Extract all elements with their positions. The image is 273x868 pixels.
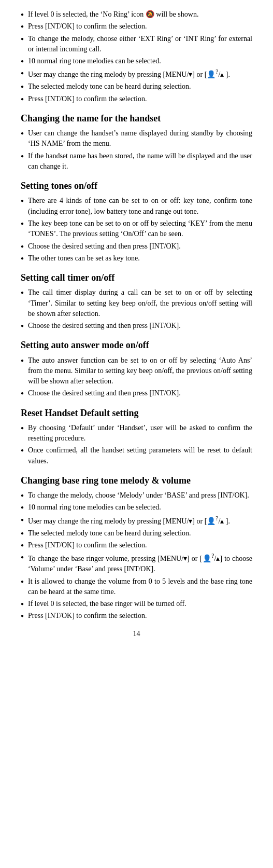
list-item: To change the base ringer volume, pressi…	[21, 552, 252, 574]
handset-name-list: User can change the handset’s name displ…	[21, 128, 252, 172]
list-item: 10 normal ring tone melodies can be sele…	[21, 56, 252, 66]
list-item: If the handset name has been stored, the…	[21, 151, 252, 172]
reset-handset-list: By choosing ‘Default’ under ‘Handset’, u…	[21, 423, 252, 466]
list-item: User can change the handset’s name displ…	[21, 128, 252, 149]
list-item: There are 4 kinds of tone can be set to …	[21, 196, 252, 217]
section-auto-answer: Setting auto answer mode on/off The auto…	[21, 338, 252, 398]
tones-list: There are 4 kinds of tone can be set to …	[21, 196, 252, 264]
list-item: Press [INT/OK] to confirm the selection.	[21, 94, 252, 104]
list-item: The call timer display during a call can…	[21, 287, 252, 319]
list-item: Choose the desired setting and then pres…	[21, 321, 252, 331]
list-item: The auto answer function can be set to o…	[21, 355, 252, 387]
list-item: Once confirmed, all the handset setting …	[21, 445, 252, 466]
section-title-base-ring: Changing base ring tone melody & volume	[21, 474, 252, 487]
section-call-timer: Setting call timer on/off The call timer…	[21, 271, 252, 331]
section-title-handset-name: Changing the name for the handset	[21, 112, 252, 125]
list-item: 10 normal ring tone melodies can be sele…	[21, 502, 252, 513]
list-item: To change the melody, choose ‘Melody’ un…	[21, 490, 252, 501]
list-item: To change the melody, choose either ‘EXT…	[21, 34, 252, 55]
section-tones: Setting tones on/off There are 4 kinds o…	[21, 179, 252, 264]
base-ring-list: To change the melody, choose ‘Melody’ un…	[21, 490, 252, 622]
list-item: If level 0 is selected, the base ringer …	[21, 599, 252, 609]
list-item: By choosing ‘Default’ under ‘Handset’, u…	[21, 423, 252, 444]
section-title-reset-handset: Reset Handset Default setting	[21, 406, 252, 420]
call-timer-list: The call timer display during a call can…	[21, 287, 252, 331]
intro-bullets: If level 0 is selected, the ‘No Ring’ ic…	[21, 9, 252, 104]
section-title-call-timer: Setting call timer on/off	[21, 271, 252, 284]
list-item: It is allowed to change the volume from …	[21, 576, 252, 598]
intro-bullet-list: If level 0 is selected, the ‘No Ring’ ic…	[21, 9, 252, 104]
section-reset-handset: Reset Handset Default setting By choosin…	[21, 406, 252, 466]
list-item: Press [INT/OK] to confirm the selection.	[21, 21, 252, 32]
list-item: User may change the ring melody by press…	[21, 515, 252, 527]
section-handset-name: Changing the name for the handset User c…	[21, 112, 252, 172]
list-item: If level 0 is selected, the ‘No Ring’ ic…	[21, 9, 252, 20]
auto-answer-list: The auto answer function can be set to o…	[21, 355, 252, 399]
list-item: The selected melody tone can be heard du…	[21, 81, 252, 92]
section-title-auto-answer: Setting auto answer mode on/off	[21, 338, 252, 352]
page-number: 14	[21, 629, 252, 639]
list-item: Press [INT/OK] to confirm the selection.	[21, 540, 252, 550]
list-item: Choose the desired setting and then pres…	[21, 388, 252, 398]
list-item: User may change the ring melody by press…	[21, 68, 252, 80]
list-item: Choose the desired setting and then pres…	[21, 241, 252, 252]
section-base-ring: Changing base ring tone melody & volume …	[21, 474, 252, 622]
section-title-tones: Setting tones on/off	[21, 179, 252, 192]
page-content: If level 0 is selected, the ‘No Ring’ ic…	[21, 9, 252, 639]
list-item: The other tones can be set as key tone.	[21, 253, 252, 264]
list-item: The key beep tone can be set to on or of…	[21, 218, 252, 240]
list-item: Press [INT/OK] to confirm the selection.	[21, 611, 252, 621]
list-item: The selected melody tone can be heard du…	[21, 528, 252, 539]
